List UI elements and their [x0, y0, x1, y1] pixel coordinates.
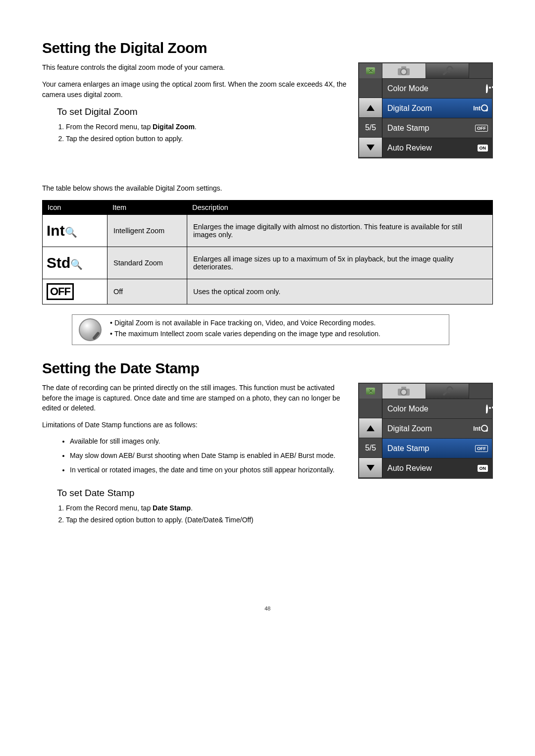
th-icon: Icon: [43, 201, 107, 215]
table-row: Std🔍 Standard Zoom Enlarges all image si…: [43, 247, 493, 279]
dz-step-2: Tap the desired option button to apply.: [66, 133, 348, 145]
menu-item-digital-zoom[interactable]: Digital Zoom Int: [382, 98, 492, 118]
camera-menu-screenshot-2: ✕ 5/5 Color Mode: [358, 383, 493, 479]
camera-icon: [398, 66, 410, 75]
dz-step-1: From the Record menu, tap Digital Zoom.: [66, 121, 348, 133]
palette-icon: [486, 85, 488, 92]
cell-item: Standard Zoom: [107, 247, 187, 279]
camera-icon: [398, 387, 410, 396]
off-badge-icon: OFF: [475, 125, 488, 132]
cell-desc: Enlarges the image digitally with almost…: [187, 215, 493, 247]
table-intro: The table below shows the available Digi…: [42, 183, 493, 193]
off-icon: OFF: [47, 283, 74, 300]
menu-scroll-down[interactable]: [359, 457, 382, 477]
menu-item-label: Color Mode: [387, 84, 428, 93]
palette-icon: [486, 405, 488, 412]
on-badge-icon: ON: [478, 465, 488, 472]
th-description: Description: [187, 201, 493, 215]
ds-intro-2: Limitations of Date Stamp functions are …: [42, 420, 348, 430]
digital-zoom-settings-table: Icon Item Description Int🔍 Intelligent Z…: [42, 200, 493, 304]
menu-blank-tab: [469, 384, 492, 399]
std-zoom-icon: Std🔍: [47, 255, 83, 270]
off-badge-icon: OFF: [475, 445, 488, 452]
menu-blank-tab: [469, 63, 492, 78]
cell-desc: Enlarges all image sizes up to a maximum…: [187, 247, 493, 279]
menu-close-tab[interactable]: ✕: [359, 63, 382, 78]
cell-item: Intelligent Zoom: [107, 215, 187, 247]
subheading-set-dz: To set Digital Zoom: [57, 106, 348, 117]
menu-item-date-stamp[interactable]: Date Stamp OFF: [382, 438, 492, 458]
wrench-icon: [442, 386, 452, 396]
close-icon: ✕: [366, 388, 375, 395]
note-box: Digital Zoom is not available in Face tr…: [72, 314, 449, 345]
pushpin-icon: [79, 318, 102, 341]
camera-menu-screenshot-1: ✕ 5/5 Color Mode: [358, 62, 493, 158]
menu-item-label: Auto Review: [387, 464, 432, 473]
menu-item-date-stamp[interactable]: Date Stamp OFF: [382, 118, 492, 138]
menu-item-auto-review[interactable]: Auto Review ON: [382, 138, 492, 157]
ds-limit-1: Available for still images only.: [70, 437, 348, 446]
menu-setup-tab[interactable]: [426, 63, 470, 78]
heading-digital-zoom: Setting the Digital Zoom: [42, 40, 493, 56]
triangle-down-icon: [367, 145, 374, 151]
ds-intro-1: The date of recording can be printed dir…: [42, 383, 348, 413]
cell-item: Off: [107, 279, 187, 304]
triangle-up-icon: [367, 425, 374, 431]
menu-setup-tab[interactable]: [426, 384, 470, 399]
menu-item-digital-zoom[interactable]: Digital Zoom Int: [382, 418, 492, 438]
triangle-down-icon: [367, 465, 374, 471]
menu-page-indicator: 5/5: [359, 438, 382, 457]
menu-item-color-mode[interactable]: Color Mode: [382, 78, 492, 98]
page-number: 48: [42, 605, 493, 611]
dz-intro-2: Your camera enlarges an image using the …: [42, 79, 348, 100]
menu-item-label: Date Stamp: [387, 124, 429, 133]
ds-limit-2: May slow down AEB/ Burst shooting when D…: [70, 451, 348, 460]
menu-scroll-up[interactable]: [359, 98, 382, 117]
menu-item-label: Digital Zoom: [387, 424, 432, 433]
note-bullet-2: The maximum Intellect zoom scale varies …: [110, 330, 443, 338]
subheading-set-ds: To set Date Stamp: [57, 488, 493, 499]
dz-intro-1: This feature controls the digital zoom m…: [42, 62, 348, 72]
heading-date-stamp: Setting the Date Stamp: [42, 360, 493, 377]
table-row: OFF Off Uses the optical zoom only.: [43, 279, 493, 304]
menu-scroll-down[interactable]: [359, 137, 382, 157]
triangle-up-icon: [367, 105, 374, 111]
wrench-icon: [442, 66, 452, 76]
on-badge-icon: ON: [478, 145, 488, 151]
menu-page-indicator: 5/5: [359, 117, 382, 137]
th-item: Item: [107, 201, 187, 215]
note-bullet-1: Digital Zoom is not available in Face tr…: [110, 319, 443, 327]
menu-item-label: Digital Zoom: [387, 104, 432, 113]
menu-item-color-mode[interactable]: Color Mode: [382, 399, 492, 418]
menu-item-auto-review[interactable]: Auto Review ON: [382, 458, 492, 478]
menu-item-label: Color Mode: [387, 404, 428, 413]
int-zoom-icon: Int: [473, 104, 488, 112]
int-zoom-icon: Int: [473, 425, 488, 432]
int-zoom-icon: Int🔍: [47, 223, 77, 238]
ds-limit-3: In vertical or rotated images, the date …: [70, 465, 348, 475]
menu-scroll-up[interactable]: [359, 418, 382, 438]
menu-item-label: Auto Review: [387, 144, 432, 152]
menu-camera-tab[interactable]: [382, 63, 426, 78]
ds-step-1: From the Record menu, tap Date Stamp.: [66, 503, 493, 514]
ds-step-2: Tap the desired option button to apply. …: [66, 514, 493, 526]
cell-desc: Uses the optical zoom only.: [187, 279, 493, 304]
menu-close-tab[interactable]: ✕: [359, 384, 382, 399]
menu-camera-tab[interactable]: [382, 384, 426, 399]
table-row: Int🔍 Intelligent Zoom Enlarges the image…: [43, 215, 493, 247]
menu-item-label: Date Stamp: [387, 444, 429, 453]
close-icon: ✕: [366, 67, 375, 74]
